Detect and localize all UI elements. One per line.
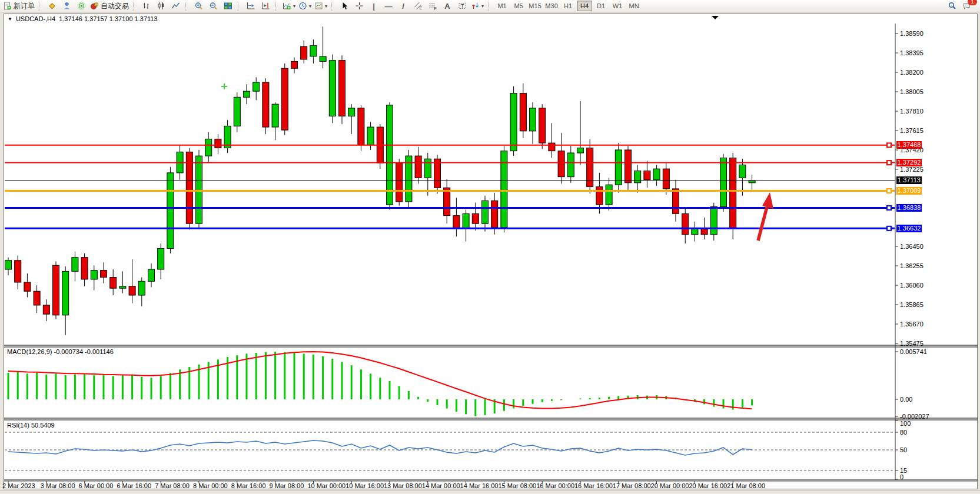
arrows-button[interactable]: ▾ [470,1,485,11]
trade-direction-arrow[interactable] [758,207,767,241]
toolbar-separator [331,2,334,11]
text-icon: A [444,2,450,11]
text-button[interactable]: A [440,1,454,11]
price-tick-label: 1.38200 [900,69,923,76]
timeframe-M30[interactable]: M30 [544,1,559,11]
horizontal-line-button[interactable]: — [381,1,396,11]
time-axis-label: 8 Mar 00:00 [193,482,228,489]
price-tick-label: 1.37225 [900,166,923,173]
price-tick-label: 1.36255 [900,262,923,269]
broadcast-button[interactable] [74,1,88,11]
plus-marker[interactable] [221,84,227,89]
new-order-icon [3,2,12,10]
timeframe-M15[interactable]: M15 [527,1,543,11]
periods-button[interactable]: ▾ [297,1,313,11]
time-axis-label: 6 Mar 16:00 [117,482,151,489]
indicators-icon [283,2,291,10]
channel-button[interactable]: E [411,1,425,11]
level-handle[interactable] [887,226,891,231]
level-handle[interactable] [887,143,891,147]
time-axis-label: 13 Mar 08:00 [384,482,422,489]
notifications-button[interactable]: 1 [959,1,974,11]
autotrading-button[interactable]: 自动交易 [89,1,130,11]
arrows-icon [471,2,480,10]
time-axis-label: 10 Mar 16:00 [346,482,384,489]
rsi-line [8,440,752,455]
trendline-button[interactable]: / [396,1,410,11]
cursor-button[interactable] [337,1,351,11]
time-axis-label: 20 Mar 00:00 [651,482,689,489]
time-axis-label: 3 Mar 08:00 [41,482,75,489]
price-tick-label: 1.38395 [900,49,923,56]
price-tick-label: 1.36450 [900,243,923,250]
search-icon [948,2,956,10]
indicators-button[interactable]: ▾ [281,1,297,11]
price-tick-label: 1.35475 [900,340,923,347]
toolbar-separator [185,2,188,11]
zo om-out-button[interactable] [206,1,220,11]
level-tag: 1.37468 [896,141,922,149]
price-tick-label: 1.35865 [900,301,923,308]
rsi-value: 50.5409 [31,422,55,429]
support-button[interactable] [59,1,74,11]
zoom-in-icon [194,2,203,10]
line-chart-button[interactable] [168,1,182,11]
timeframe-W1[interactable]: W1 [610,1,625,11]
macd-panel-label: MACD(12,26,9) -0.000734 -0.001146 [7,348,114,355]
time-axis-label: 16 Mar 00:00 [536,482,574,489]
ohlc-bars-icon [142,2,151,10]
line-chart-icon [171,2,180,10]
search-button[interactable] [945,1,959,11]
toolbar-separator [275,2,278,11]
level-tag: 1.36838 [896,204,922,212]
price-tick-label: 1.36060 [900,282,923,289]
macd-tick-label: 0.005741 [900,348,927,355]
chart-canvas[interactable] [0,0,980,494]
text-label-button[interactable]: T [455,1,469,11]
svg-text:E: E [419,6,422,10]
macd-name: MACD(12,26,9) [7,348,52,355]
svg-text:T: T [460,3,464,9]
price-tick-label: 1.37615 [900,127,923,134]
timeframe-M5[interactable]: M5 [511,1,526,11]
fibonacci-button[interactable]: F [426,1,440,11]
dropdown-caret-icon: ▾ [481,4,484,9]
new-order-button[interactable]: 新订单 [2,1,36,11]
metaeditor-button[interactable] [45,1,59,11]
crosshair-icon [355,2,364,10]
zoom-in-button[interactable] [191,1,205,11]
channel-icon: E [414,2,423,10]
trendline-icon: / [402,2,404,11]
new-order-label: 新订单 [14,1,35,11]
rsi-name: RSI(14) [7,422,29,429]
timeframe-D1[interactable]: D1 [593,1,609,11]
trade-direction-arrowhead[interactable] [762,192,773,209]
templates-button[interactable]: ▾ [313,1,328,11]
tile-windows-button[interactable] [221,1,235,11]
timeframe-H4[interactable]: H4 [577,1,592,11]
crosshair-button[interactable] [352,1,366,11]
candles-layer[interactable] [5,26,756,335]
main-toolbar: 新订单 自动交易 ▾ ▾ ▾ | — / E F A T ▾ M1M5M15M3… [0,0,980,12]
timeframe-M1[interactable]: M1 [494,1,510,11]
candlestick-chart-button[interactable] [154,1,168,11]
dropdown-caret-icon: ▾ [309,4,311,9]
timeframe-MN[interactable]: MN [626,1,642,11]
cursor-icon [340,2,349,10]
level-handle[interactable] [887,206,891,210]
level-handle[interactable] [887,161,891,165]
clock-icon [298,2,307,10]
timeframe-H1[interactable]: H1 [560,1,576,11]
rsi-panel-label: RSI(14) 50.5409 [7,422,55,429]
chart-shift-button[interactable] [258,1,273,11]
vertical-line-button[interactable]: | [367,1,381,11]
collapse-icon[interactable]: ▼ [8,16,12,22]
chart-shift-icon [261,2,270,10]
auto-scroll-button[interactable] [244,1,258,11]
time-axis-label: 16 Mar 16:00 [574,482,613,489]
chart-shift-marker-icon[interactable] [712,16,719,19]
current-price-tag: 1.37113 [896,176,922,184]
level-handle[interactable] [887,189,891,193]
bar-chart-button[interactable] [139,1,153,11]
time-axis-label: 10 Mar 00:00 [307,482,346,489]
